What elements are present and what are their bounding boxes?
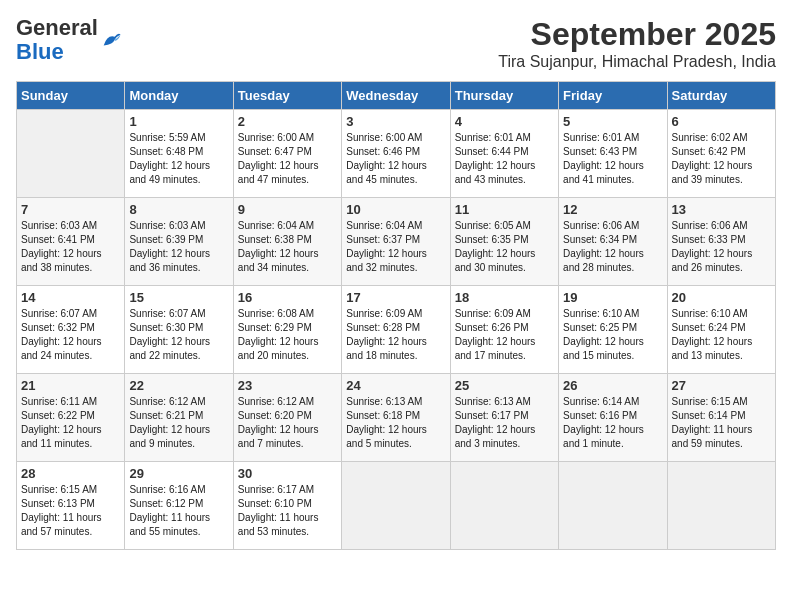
day-info: Sunrise: 6:06 AMSunset: 6:34 PMDaylight:… [563, 219, 662, 275]
day-info: Sunrise: 6:07 AMSunset: 6:32 PMDaylight:… [21, 307, 120, 363]
calendar-cell: 5Sunrise: 6:01 AMSunset: 6:43 PMDaylight… [559, 110, 667, 198]
day-number: 22 [129, 378, 228, 393]
day-number: 12 [563, 202, 662, 217]
day-number: 17 [346, 290, 445, 305]
calendar-cell: 4Sunrise: 6:01 AMSunset: 6:44 PMDaylight… [450, 110, 558, 198]
calendar-cell: 3Sunrise: 6:00 AMSunset: 6:46 PMDaylight… [342, 110, 450, 198]
week-row-4: 21Sunrise: 6:11 AMSunset: 6:22 PMDayligh… [17, 374, 776, 462]
day-info: Sunrise: 6:16 AMSunset: 6:12 PMDaylight:… [129, 483, 228, 539]
logo-bird-icon [100, 29, 122, 51]
day-number: 3 [346, 114, 445, 129]
week-row-5: 28Sunrise: 6:15 AMSunset: 6:13 PMDayligh… [17, 462, 776, 550]
day-number: 20 [672, 290, 771, 305]
day-info: Sunrise: 6:09 AMSunset: 6:26 PMDaylight:… [455, 307, 554, 363]
day-number: 28 [21, 466, 120, 481]
day-number: 25 [455, 378, 554, 393]
calendar-cell [559, 462, 667, 550]
day-info: Sunrise: 6:13 AMSunset: 6:17 PMDaylight:… [455, 395, 554, 451]
day-number: 23 [238, 378, 337, 393]
calendar-cell: 23Sunrise: 6:12 AMSunset: 6:20 PMDayligh… [233, 374, 341, 462]
day-number: 18 [455, 290, 554, 305]
calendar-cell: 1Sunrise: 5:59 AMSunset: 6:48 PMDaylight… [125, 110, 233, 198]
calendar-cell: 13Sunrise: 6:06 AMSunset: 6:33 PMDayligh… [667, 198, 775, 286]
weekday-header-wednesday: Wednesday [342, 82, 450, 110]
day-number: 2 [238, 114, 337, 129]
calendar-cell: 19Sunrise: 6:10 AMSunset: 6:25 PMDayligh… [559, 286, 667, 374]
day-info: Sunrise: 6:00 AMSunset: 6:47 PMDaylight:… [238, 131, 337, 187]
day-info: Sunrise: 6:15 AMSunset: 6:14 PMDaylight:… [672, 395, 771, 451]
day-info: Sunrise: 6:13 AMSunset: 6:18 PMDaylight:… [346, 395, 445, 451]
day-number: 1 [129, 114, 228, 129]
day-number: 27 [672, 378, 771, 393]
day-info: Sunrise: 6:14 AMSunset: 6:16 PMDaylight:… [563, 395, 662, 451]
logo: General Blue [16, 16, 124, 64]
calendar-cell [17, 110, 125, 198]
day-number: 6 [672, 114, 771, 129]
week-row-3: 14Sunrise: 6:07 AMSunset: 6:32 PMDayligh… [17, 286, 776, 374]
calendar-cell: 12Sunrise: 6:06 AMSunset: 6:34 PMDayligh… [559, 198, 667, 286]
weekday-header-tuesday: Tuesday [233, 82, 341, 110]
calendar-cell [342, 462, 450, 550]
day-number: 9 [238, 202, 337, 217]
day-info: Sunrise: 6:09 AMSunset: 6:28 PMDaylight:… [346, 307, 445, 363]
calendar-cell: 21Sunrise: 6:11 AMSunset: 6:22 PMDayligh… [17, 374, 125, 462]
day-info: Sunrise: 6:17 AMSunset: 6:10 PMDaylight:… [238, 483, 337, 539]
day-number: 11 [455, 202, 554, 217]
calendar-cell: 9Sunrise: 6:04 AMSunset: 6:38 PMDaylight… [233, 198, 341, 286]
location-title: Tira Sujanpur, Himachal Pradesh, India [498, 53, 776, 71]
logo-general: General [16, 15, 98, 40]
calendar-cell: 22Sunrise: 6:12 AMSunset: 6:21 PMDayligh… [125, 374, 233, 462]
day-number: 29 [129, 466, 228, 481]
calendar-cell: 29Sunrise: 6:16 AMSunset: 6:12 PMDayligh… [125, 462, 233, 550]
calendar-cell: 24Sunrise: 6:13 AMSunset: 6:18 PMDayligh… [342, 374, 450, 462]
calendar-cell: 15Sunrise: 6:07 AMSunset: 6:30 PMDayligh… [125, 286, 233, 374]
day-number: 4 [455, 114, 554, 129]
week-row-1: 1Sunrise: 5:59 AMSunset: 6:48 PMDaylight… [17, 110, 776, 198]
weekday-header-row: SundayMondayTuesdayWednesdayThursdayFrid… [17, 82, 776, 110]
day-number: 8 [129, 202, 228, 217]
calendar-cell: 11Sunrise: 6:05 AMSunset: 6:35 PMDayligh… [450, 198, 558, 286]
day-number: 26 [563, 378, 662, 393]
calendar-cell: 25Sunrise: 6:13 AMSunset: 6:17 PMDayligh… [450, 374, 558, 462]
weekday-header-sunday: Sunday [17, 82, 125, 110]
day-number: 19 [563, 290, 662, 305]
calendar-cell: 20Sunrise: 6:10 AMSunset: 6:24 PMDayligh… [667, 286, 775, 374]
day-number: 24 [346, 378, 445, 393]
calendar-cell: 10Sunrise: 6:04 AMSunset: 6:37 PMDayligh… [342, 198, 450, 286]
logo-blue: Blue [16, 39, 64, 64]
day-info: Sunrise: 6:06 AMSunset: 6:33 PMDaylight:… [672, 219, 771, 275]
day-info: Sunrise: 6:05 AMSunset: 6:35 PMDaylight:… [455, 219, 554, 275]
day-number: 5 [563, 114, 662, 129]
day-number: 15 [129, 290, 228, 305]
logo-text: General Blue [16, 16, 98, 64]
weekday-header-friday: Friday [559, 82, 667, 110]
calendar-cell [667, 462, 775, 550]
day-info: Sunrise: 5:59 AMSunset: 6:48 PMDaylight:… [129, 131, 228, 187]
day-info: Sunrise: 6:04 AMSunset: 6:37 PMDaylight:… [346, 219, 445, 275]
calendar-cell: 26Sunrise: 6:14 AMSunset: 6:16 PMDayligh… [559, 374, 667, 462]
day-number: 30 [238, 466, 337, 481]
weekday-header-monday: Monday [125, 82, 233, 110]
calendar-cell: 28Sunrise: 6:15 AMSunset: 6:13 PMDayligh… [17, 462, 125, 550]
day-info: Sunrise: 6:03 AMSunset: 6:39 PMDaylight:… [129, 219, 228, 275]
day-info: Sunrise: 6:07 AMSunset: 6:30 PMDaylight:… [129, 307, 228, 363]
calendar-table: SundayMondayTuesdayWednesdayThursdayFrid… [16, 81, 776, 550]
day-number: 10 [346, 202, 445, 217]
calendar-cell: 2Sunrise: 6:00 AMSunset: 6:47 PMDaylight… [233, 110, 341, 198]
day-info: Sunrise: 6:01 AMSunset: 6:43 PMDaylight:… [563, 131, 662, 187]
day-info: Sunrise: 6:15 AMSunset: 6:13 PMDaylight:… [21, 483, 120, 539]
day-number: 13 [672, 202, 771, 217]
calendar-cell: 16Sunrise: 6:08 AMSunset: 6:29 PMDayligh… [233, 286, 341, 374]
day-info: Sunrise: 6:01 AMSunset: 6:44 PMDaylight:… [455, 131, 554, 187]
day-info: Sunrise: 6:03 AMSunset: 6:41 PMDaylight:… [21, 219, 120, 275]
calendar-cell: 30Sunrise: 6:17 AMSunset: 6:10 PMDayligh… [233, 462, 341, 550]
day-number: 16 [238, 290, 337, 305]
day-info: Sunrise: 6:10 AMSunset: 6:24 PMDaylight:… [672, 307, 771, 363]
calendar-cell: 8Sunrise: 6:03 AMSunset: 6:39 PMDaylight… [125, 198, 233, 286]
day-info: Sunrise: 6:00 AMSunset: 6:46 PMDaylight:… [346, 131, 445, 187]
calendar-cell: 17Sunrise: 6:09 AMSunset: 6:28 PMDayligh… [342, 286, 450, 374]
day-number: 7 [21, 202, 120, 217]
calendar-cell: 7Sunrise: 6:03 AMSunset: 6:41 PMDaylight… [17, 198, 125, 286]
calendar-cell: 6Sunrise: 6:02 AMSunset: 6:42 PMDaylight… [667, 110, 775, 198]
day-info: Sunrise: 6:10 AMSunset: 6:25 PMDaylight:… [563, 307, 662, 363]
